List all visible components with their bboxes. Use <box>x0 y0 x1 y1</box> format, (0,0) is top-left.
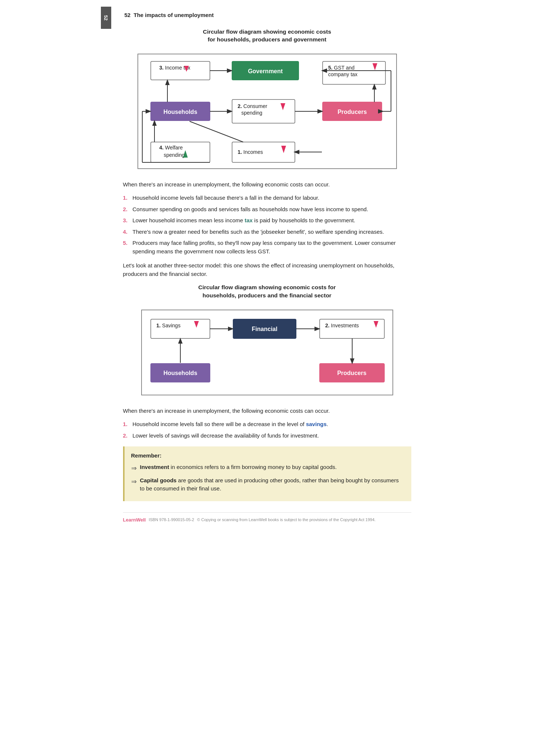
svg-text:4.  Welfare: 4. Welfare <box>159 145 183 151</box>
svg-text:1.  Savings: 1. Savings <box>156 323 180 328</box>
transition-text: Let's look at another three-sector model… <box>123 261 411 278</box>
footer-copyright: © Copying or scanning from LearnWell boo… <box>197 517 375 523</box>
diagram1-svg: Government Households Producers 3. Incom… <box>134 50 400 172</box>
svg-rect-7 <box>151 61 210 80</box>
list1-item4: 4. There's now a greater need for benefi… <box>123 228 411 236</box>
footer-logo: LearnWell <box>123 516 146 524</box>
diagram1-title: Circular flow diagram showing economic c… <box>123 28 411 44</box>
svg-text:Households: Households <box>163 109 197 115</box>
remember-item2: ⇒ Capital goods are goods that are used … <box>131 476 405 493</box>
remember-list: ⇒ Investment in economics refers to a fi… <box>131 463 405 493</box>
svg-text:company tax: company tax <box>328 71 357 77</box>
svg-text:Producers: Producers <box>337 109 367 115</box>
remember-box: Remember: ⇒ Investment in economics refe… <box>123 446 411 501</box>
list1-item2: 2. Consumer spending on goods and servic… <box>123 205 411 214</box>
svg-text:spending: spending <box>164 152 185 158</box>
svg-line-32 <box>190 121 243 142</box>
svg-text:1.  Incomes: 1. Incomes <box>238 149 263 155</box>
footer: LearnWell ISBN 978-1-990015-05-2 © Copyi… <box>123 512 411 524</box>
list1: 1. Household income levels fall because … <box>123 194 411 256</box>
diagram2-container: 1. Savings Financial 2. Investments Hous… <box>127 306 408 399</box>
diagram2-svg: 1. Savings Financial 2. Investments Hous… <box>138 306 397 399</box>
svg-text:5.  GST and: 5. GST and <box>328 65 354 71</box>
remember-item1: ⇒ Investment in economics refers to a fi… <box>131 463 405 473</box>
page-number: 52 <box>125 12 131 18</box>
remember-title: Remember: <box>131 452 405 460</box>
page-header: 52 The impacts of unemployment <box>123 11 411 20</box>
svg-text:2.  Consumer: 2. Consumer <box>238 103 267 109</box>
diagram2-title: Circular flow diagram showing economic c… <box>123 283 411 299</box>
list2-item1: 1. Household income levels fall so there… <box>123 420 411 429</box>
intro-text-2: When there's an increase in unemployment… <box>123 407 411 415</box>
diagram1-container: Government Households Producers 3. Incom… <box>127 50 408 172</box>
svg-text:Producers: Producers <box>337 370 366 376</box>
svg-rect-43 <box>151 319 210 338</box>
page-header-text: The impacts of unemployment <box>134 12 214 18</box>
svg-text:spending: spending <box>241 110 262 116</box>
svg-text:Financial: Financial <box>252 326 277 332</box>
footer-isbn: ISBN 978-1-990015-05-2 <box>149 517 194 523</box>
list2: 1. Household income levels fall so there… <box>123 420 411 440</box>
list1-item3: 3. Lower household incomes mean less inc… <box>123 216 411 225</box>
svg-text:2.  Investments: 2. Investments <box>325 323 359 328</box>
intro-text-1: When there's an increase in unemployment… <box>123 180 411 189</box>
svg-text:Households: Households <box>163 370 197 376</box>
svg-text:Government: Government <box>248 68 283 74</box>
page-marker: 52 <box>101 7 111 29</box>
list1-item5: 5. Producers may face falling profits, s… <box>123 239 411 256</box>
list1-item1: 1. Household income levels fall because … <box>123 194 411 202</box>
list2-item2: 2. Lower levels of savings will decrease… <box>123 432 411 440</box>
